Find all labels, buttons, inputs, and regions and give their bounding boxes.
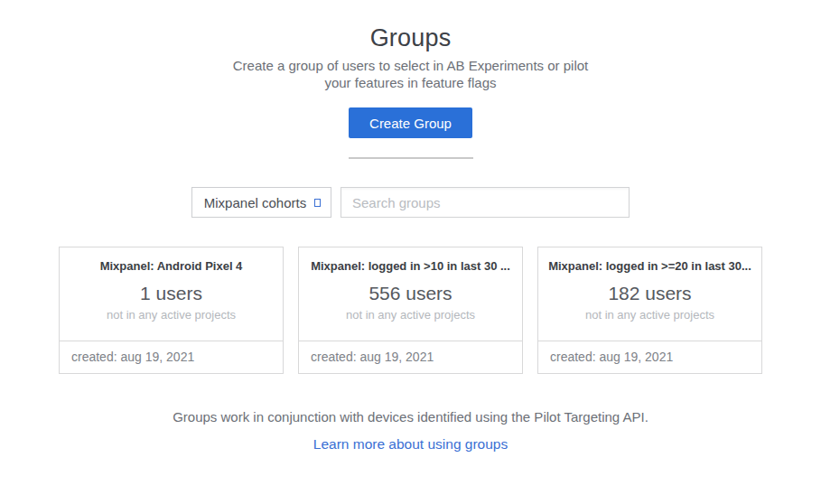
group-name: Mixpanel: logged in >=20 in last 30... — [547, 259, 752, 273]
cohort-source-dropdown-value: Mixpanel cohorts — [204, 195, 319, 210]
group-card[interactable]: Mixpanel: Android Pixel 4 1 users not in… — [59, 247, 284, 374]
group-card[interactable]: Mixpanel: logged in >10 in last 30 ... 5… — [298, 247, 523, 374]
group-created-label: created: aug 19, 2021 — [538, 341, 761, 373]
group-status: not in any active projects — [547, 308, 752, 322]
group-cards: Mixpanel: Android Pixel 4 1 users not in… — [0, 247, 821, 374]
group-name: Mixpanel: Android Pixel 4 — [69, 259, 274, 273]
group-created-label: created: aug 19, 2021 — [60, 341, 283, 373]
learn-more-link[interactable]: Learn more about using groups — [0, 436, 821, 453]
group-status: not in any active projects — [69, 308, 274, 322]
group-user-count: 182 users — [547, 283, 752, 304]
group-user-count: 556 users — [308, 283, 513, 304]
groups-page: Groups Create a group of users to select… — [0, 24, 821, 504]
search-groups-input[interactable] — [341, 187, 630, 218]
group-created-label: created: aug 19, 2021 — [299, 341, 522, 373]
group-name: Mixpanel: logged in >10 in last 30 ... — [308, 259, 513, 273]
footer-info-text: Groups work in conjunction with devices … — [0, 409, 821, 425]
cohort-source-dropdown[interactable]: Mixpanel cohorts — [191, 187, 331, 218]
group-card-body: Mixpanel: Android Pixel 4 1 users not in… — [60, 247, 283, 341]
group-status: not in any active projects — [308, 308, 513, 322]
dropdown-indicator-icon — [314, 199, 321, 207]
filter-controls: Mixpanel cohorts — [0, 187, 821, 218]
page-title: Groups — [0, 24, 821, 52]
create-group-button[interactable]: Create Group — [349, 107, 472, 138]
section-divider — [349, 157, 473, 159]
group-user-count: 1 users — [69, 283, 274, 304]
group-card-body: Mixpanel: logged in >=20 in last 30... 1… — [538, 247, 761, 341]
group-card-body: Mixpanel: logged in >10 in last 30 ... 5… — [299, 247, 522, 341]
group-card[interactable]: Mixpanel: logged in >=20 in last 30... 1… — [537, 247, 762, 374]
page-subtitle: Create a group of users to select in AB … — [221, 57, 601, 91]
